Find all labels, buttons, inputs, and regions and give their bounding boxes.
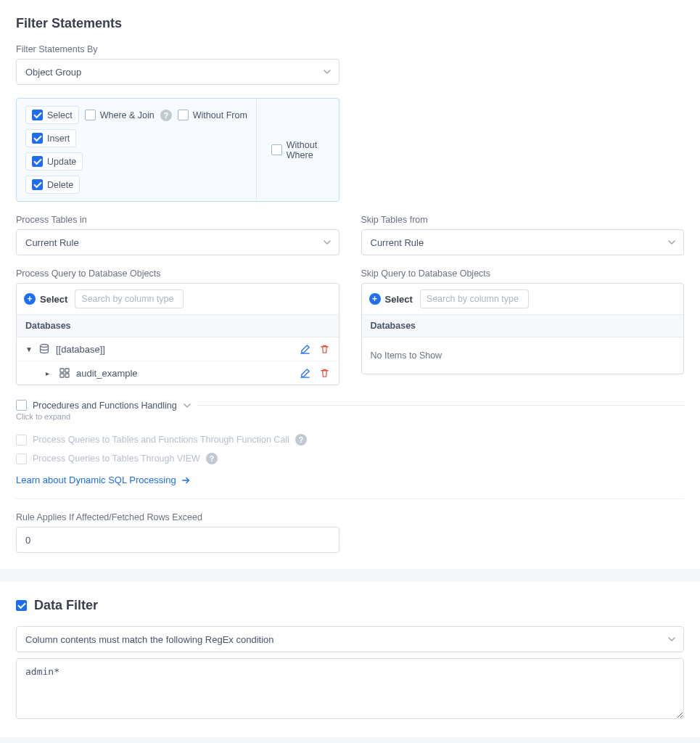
statement-type-box: Select Where & Join ? Without From <box>16 98 339 202</box>
stmt-select-checkbox[interactable]: Select <box>25 106 79 124</box>
svg-rect-1 <box>60 369 64 372</box>
checkbox-icon <box>32 179 43 190</box>
process-through-call-checkbox: Process Queries to Tables and Functions … <box>16 434 684 446</box>
help-icon[interactable]: ? <box>295 434 307 446</box>
edit-button[interactable] <box>300 368 310 379</box>
checkbox-icon <box>85 110 96 120</box>
svg-rect-4 <box>65 374 69 377</box>
plus-icon: + <box>24 293 36 305</box>
data-filter-condition-select[interactable]: Column contents must match the following… <box>16 626 684 652</box>
chevron-down-icon <box>667 238 676 247</box>
data-filter-card: Data Filter Column contents must match t… <box>0 582 700 737</box>
tree-row-database[interactable]: ▼ [[database]] <box>17 337 339 361</box>
data-filter-condition-value: Column contents must match the following… <box>25 634 274 645</box>
procedures-expander: Procedures and Functions Handling <box>16 400 684 411</box>
skip-tables-select[interactable]: Current Rule <box>361 229 685 255</box>
checkbox-icon <box>16 453 27 464</box>
checkbox-icon <box>32 156 43 167</box>
click-to-expand-hint: Click to expand <box>16 412 684 421</box>
schema-icon <box>59 367 70 379</box>
checkbox-icon <box>32 133 43 144</box>
chevron-down-icon <box>183 401 192 410</box>
process-tables-value: Current Rule <box>25 237 79 248</box>
stmt-delete-checkbox[interactable]: Delete <box>25 176 80 194</box>
checkbox-icon <box>16 400 27 411</box>
data-filter-regex-input[interactable] <box>16 658 684 719</box>
skip-query-databases-header: Databases <box>362 315 684 337</box>
caret-right-icon[interactable]: ▸ <box>46 369 53 377</box>
process-through-view-checkbox: Process Queries to Tables Through VIEW ? <box>16 453 684 464</box>
skip-query-panel: + Select Databases No Items to Show <box>361 283 685 374</box>
filter-statements-card: Filter Statements Filter Statements By O… <box>0 0 700 569</box>
process-query-label: Process Query to Database Objects <box>16 268 339 279</box>
data-filter-title: Data Filter <box>34 598 98 613</box>
tree-database-name: [[database]] <box>56 344 294 355</box>
process-query-add-button[interactable]: + Select <box>24 293 67 305</box>
tree-row-schema[interactable]: ▸ audit_example <box>17 361 339 385</box>
chevron-down-icon <box>323 238 332 247</box>
tree-schema-name: audit_example <box>76 368 294 379</box>
stmt-withoutwhere-checkbox[interactable]: Without Where <box>271 140 324 160</box>
chevron-down-icon <box>323 67 332 76</box>
chevron-down-icon <box>667 635 676 644</box>
statement-left-group: Select Where & Join ? Without From <box>17 99 257 201</box>
delete-button[interactable] <box>319 368 330 379</box>
learn-dynamic-sql-link[interactable]: Learn about Dynamic SQL Processing <box>16 475 191 485</box>
stmt-withoutfrom-checkbox[interactable]: Without From <box>178 110 247 120</box>
stmt-wherejoin-checkbox[interactable]: Where & Join <box>85 110 155 120</box>
skip-query-add-button[interactable]: + Select <box>369 293 413 305</box>
divider <box>197 405 684 406</box>
checkbox-icon <box>32 110 43 120</box>
skip-query-label: Skip Query to Database Objects <box>361 268 685 279</box>
skip-tables-label: Skip Tables from <box>361 215 685 225</box>
rows-exceed-label: Rule Applies If Affected/Fetched Rows Ex… <box>16 512 339 522</box>
skip-tables-value: Current Rule <box>371 237 424 248</box>
skip-query-empty: No Items to Show <box>362 337 684 374</box>
statement-right-group: Without Where <box>257 99 339 201</box>
process-query-panel: + Select Databases ▼ [[database]] <box>16 283 339 385</box>
filter-statements-title: Filter Statements <box>16 16 684 31</box>
help-icon[interactable]: ? <box>160 110 172 121</box>
svg-rect-2 <box>65 369 69 372</box>
plus-icon: + <box>369 293 381 305</box>
checkbox-icon <box>271 144 282 155</box>
rows-exceed-input[interactable] <box>16 527 339 553</box>
stmt-insert-checkbox[interactable]: Insert <box>25 129 76 147</box>
skip-query-search-input[interactable] <box>420 290 529 308</box>
stmt-update-checkbox[interactable]: Update <box>25 152 83 171</box>
procedures-expander-toggle[interactable]: Procedures and Functions Handling <box>16 400 192 411</box>
filter-by-value: Object Group <box>25 67 81 78</box>
filter-by-select[interactable]: Object Group <box>16 59 339 85</box>
caret-down-icon[interactable]: ▼ <box>25 345 33 353</box>
filter-by-label: Filter Statements By <box>16 44 339 54</box>
svg-rect-3 <box>60 374 64 377</box>
divider <box>16 498 684 499</box>
edit-button[interactable] <box>300 344 310 355</box>
help-icon[interactable]: ? <box>206 453 218 464</box>
arrow-right-icon <box>181 475 191 485</box>
process-tables-label: Process Tables in <box>16 215 339 225</box>
process-query-databases-header: Databases <box>17 315 339 337</box>
process-query-search-input[interactable] <box>75 290 184 308</box>
checkbox-icon <box>178 110 189 120</box>
svg-point-0 <box>41 345 49 348</box>
database-icon <box>38 343 50 355</box>
delete-button[interactable] <box>319 344 330 355</box>
data-filter-checkbox[interactable] <box>16 600 27 611</box>
checkbox-icon <box>16 435 27 446</box>
process-tables-select[interactable]: Current Rule <box>16 229 339 255</box>
